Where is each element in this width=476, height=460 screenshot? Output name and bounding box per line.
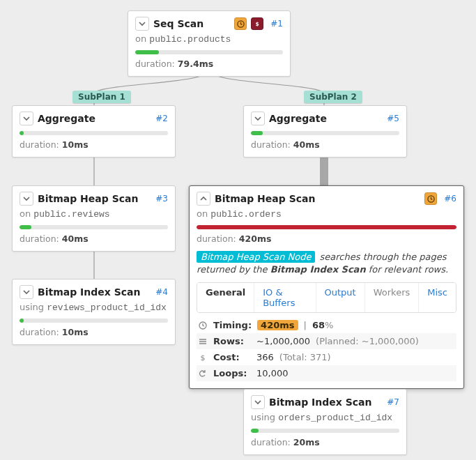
rows-value: ~1,000,000 [256,336,310,346]
subplan-badge-1: SubPlan 1 [72,91,131,103]
duration-bar [251,131,399,135]
duration-label: duration: [20,233,59,244]
duration-label: duration: [20,139,59,150]
on-target: public.orders [210,209,281,220]
tab-output[interactable]: Output [316,283,365,312]
rows-planned: (Planned: ~1,000,000) [316,336,419,346]
detail-tabs: General IO & Buffers Output Workers Misc [197,282,456,313]
chevron-down-icon [139,20,146,27]
toggle-node-5[interactable] [251,112,265,125]
using-label: using [20,302,44,312]
node-title: Aggregate [38,113,95,124]
chevron-down-icon [254,115,261,122]
duration-label: duration: [251,437,291,447]
node-id-link[interactable]: #5 [387,114,399,123]
timing-pct: 68 [312,320,325,330]
duration-bar [20,225,168,229]
node-id-link[interactable]: #2 [155,114,168,123]
node-title: Bitmap Index Scan [38,286,141,298]
using-label: using [251,412,275,422]
tab-io[interactable]: IO & Buffers [254,283,316,312]
duration-bar [251,429,399,433]
node-seq-scan[interactable]: Seq Scan $ #1 on public.products duratio… [128,10,291,77]
loops-icon [198,369,208,378]
duration-value: 10ms [62,139,89,150]
toggle-node-4[interactable] [20,285,33,299]
chevron-down-icon [23,115,30,122]
cost-total: (Total: 371) [279,352,331,362]
svg-text:$: $ [201,353,206,362]
rows-label: Rows: [213,336,251,346]
node-aggregate-5[interactable]: Aggregate #5 duration: 40ms [243,105,407,158]
chevron-down-icon [23,289,30,296]
node-title: Aggregate [269,113,327,124]
duration-value: 20ms [293,437,320,447]
on-label: on [135,33,146,44]
loops-value: 10,000 [256,368,289,378]
timing-sep: | [304,320,307,330]
plan-canvas: { "subplans": { "left": "SubPlan 1", "ri… [0,0,476,460]
using-target: orders_product_id_idx [278,413,392,423]
duration-value: 420ms [239,233,272,244]
duration-bar [20,131,168,135]
node-id-link[interactable]: #6 [444,194,456,204]
on-label: on [197,208,208,219]
duration-label: duration: [135,59,175,69]
toggle-node-7[interactable] [251,395,265,409]
node-bitmap-index-4[interactable]: Bitmap Index Scan #4 using reviews_produ… [12,279,176,345]
tab-workers[interactable]: Workers [365,283,420,312]
node-title: Bitmap Heap Scan [215,193,315,204]
svg-text:$: $ [256,21,259,27]
subplan-badge-2: SubPlan 2 [304,91,362,103]
duration-value: 40ms [62,233,89,244]
node-id-link[interactable]: #1 [270,19,283,29]
duration-value: 40ms [293,139,320,150]
tab-general[interactable]: General [197,283,254,312]
on-label: on [20,208,31,219]
node-id-link[interactable]: #4 [155,287,168,297]
node-bitmap-index-7[interactable]: Bitmap Index Scan #7 using orders_produc… [243,389,407,455]
stats-panel: Timing: 420ms | 68% Rows: ~1,000,000 (Pl… [197,317,456,381]
node-title: Bitmap Index Scan [269,397,372,408]
chevron-up-icon [200,195,207,202]
toggle-node-3[interactable] [20,192,33,206]
timing-warning-icon [234,17,247,30]
on-target: public.products [149,34,231,45]
duration-label: duration: [251,139,291,150]
node-id-link[interactable]: #3 [155,194,168,204]
duration-bar [135,50,283,54]
duration-value: 79.4ms [178,59,213,69]
node-bitmap-heap-3[interactable]: Bitmap Heap Scan #3 on public.reviews du… [12,185,176,252]
toggle-node-1[interactable] [135,17,149,31]
loops-label: Loops: [213,368,251,378]
node-title: Bitmap Heap Scan [38,193,138,204]
toggle-node-2[interactable] [20,112,33,125]
timing-warning-icon [424,192,437,205]
chevron-down-icon [23,195,30,202]
cost-warning-icon: $ [251,17,263,30]
duration-label: duration: [197,233,236,244]
node-aggregate-2[interactable]: Aggregate #2 duration: 10ms [12,105,176,158]
on-target: public.reviews [33,209,109,220]
node-description: Bitmap Heap Scan Node searches through t… [197,251,456,275]
rows-icon [198,337,208,346]
cost-value: 366 [256,352,274,362]
cost-label: Cost: [213,352,251,362]
timing-label: Timing: [213,320,252,330]
timing-value: 420ms [257,320,298,330]
desc-tag: Bitmap Heap Scan Node [197,251,315,263]
duration-bar [197,225,456,229]
cost-icon: $ [198,353,208,362]
toggle-node-6[interactable] [197,192,210,206]
duration-bar [20,319,168,323]
duration-value: 10ms [62,327,89,337]
tab-misc[interactable]: Misc [419,283,456,312]
chevron-down-icon [254,399,261,406]
node-bitmap-heap-6[interactable]: Bitmap Heap Scan #6 on public.orders dur… [189,185,464,389]
using-target: reviews_product_id_idx [47,302,167,313]
duration-label: duration: [20,327,59,337]
node-title: Seq Scan [153,18,204,29]
node-id-link[interactable]: #7 [387,397,399,407]
clock-icon [198,321,208,330]
